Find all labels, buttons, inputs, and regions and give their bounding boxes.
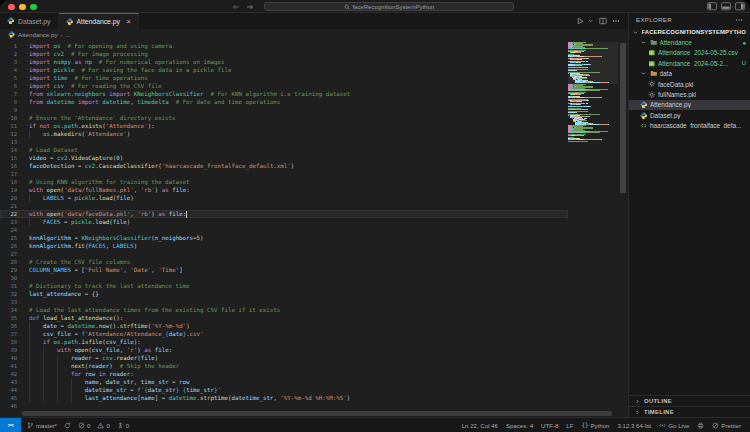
close-window-button[interactable]	[8, 4, 15, 11]
status-3-12-3-64-bit[interactable]: 3.12.3 64-bit	[617, 422, 651, 429]
status-0[interactable]: 0	[78, 422, 90, 429]
more-actions-icon[interactable]	[612, 17, 620, 25]
code-line-9[interactable]: 9	[0, 106, 568, 114]
status-lf[interactable]: LF	[566, 422, 573, 429]
vertical-scrollbar-thumb[interactable]	[620, 43, 627, 193]
tree-item-attendance-py[interactable]: Attendance.py	[629, 100, 750, 110]
code-line-32[interactable]: 32last_attendance = {}	[0, 290, 568, 298]
tree-item-data[interactable]: data	[629, 69, 750, 79]
tree-item-attendance[interactable]: Attendance●	[629, 37, 750, 47]
tree-item-dataset-py[interactable]: Dataset.py	[629, 110, 750, 120]
minimap[interactable]	[568, 40, 618, 417]
tree-item-attendance-2024-05-25-csv[interactable]: Attendance_2024-05-25.csv	[629, 48, 750, 58]
code-line-15[interactable]: 15video = cv2.VideoCapture(0)	[0, 154, 568, 162]
code-line-14[interactable]: 14# Load Dataset	[0, 146, 568, 154]
tree-root-folder[interactable]: FACERECOGNITIONSYSTEMPYTHON	[629, 27, 750, 37]
code-line-39[interactable]: 39 with open(csv_file, 'r') as file:	[0, 346, 568, 354]
tree-item-fullnames-pkl[interactable]: fullNames.pkl	[629, 89, 750, 99]
code-line-40[interactable]: 40 reader = csv.reader(file)	[0, 354, 568, 362]
horizontal-scrollbar-thumb[interactable]	[22, 411, 612, 416]
code-line-28[interactable]: 28# Create the CSV file columns	[0, 258, 568, 266]
code-line-43[interactable]: 43 name, date_str, time_str = row	[0, 378, 568, 386]
code-line-2[interactable]: 2import cv2 # For image processing	[0, 50, 568, 58]
tab-dataset-py[interactable]: Dataset.py	[0, 13, 59, 29]
code-line-26[interactable]: 26knnAlgorithm.fit(FACES, LABELS)	[0, 242, 568, 250]
breadcrumb[interactable]: Attendance.py › ...	[0, 29, 628, 40]
status-0[interactable]: 0	[117, 422, 129, 429]
tree-item-haarcascade-frontalface-defa[interactable]: haarcascade_frontalface_defa...	[629, 121, 750, 131]
tab-attendance-py[interactable]: Attendance.py ×	[59, 13, 139, 29]
section-timeline[interactable]: TIMELINE	[629, 406, 750, 417]
tree-item-attendance-2024-05-2[interactable]: Attendance_2024-05-2...U	[629, 58, 750, 68]
code-area[interactable]: 1import os # For opening and using camer…	[0, 40, 568, 417]
status-prettier[interactable]: Prettier	[712, 422, 741, 429]
code-line-38[interactable]: 38 if os.path.isfile(csv_file):	[0, 338, 568, 346]
explorer-more-actions-icon[interactable]	[735, 16, 743, 24]
code-line-12[interactable]: 12 os.makedirs('Attendance')	[0, 130, 568, 138]
status-sync[interactable]	[64, 422, 71, 429]
code-line-34[interactable]: 34# Load the last attendance times from …	[0, 306, 568, 314]
code-line-5[interactable]: 5import time # For time operations	[0, 74, 568, 82]
status-0[interactable]: 0	[97, 422, 109, 429]
toggle-left-sidebar-icon[interactable]	[707, 2, 717, 11]
run-options-chevron-icon[interactable]	[588, 18, 594, 24]
close-tab-icon[interactable]: ×	[126, 18, 130, 26]
code-line-45[interactable]: 45 last_attendance[name] = datetime.strp…	[0, 394, 568, 402]
code-line-18[interactable]: 18# Using KNN algorithm for training the…	[0, 178, 568, 186]
minimize-window-button[interactable]	[19, 4, 26, 11]
status-python[interactable]: {}Python	[581, 422, 609, 429]
status-utf-8[interactable]: UTF-8	[541, 422, 558, 429]
back-button[interactable]	[232, 3, 240, 11]
tree-item-facedata-pkl[interactable]: faceData.pkl	[629, 79, 750, 89]
line-content: # Create the CSV file columns	[29, 258, 568, 266]
code-line-35[interactable]: 35def load_last_attendance():	[0, 314, 568, 322]
code-line-21[interactable]: 21	[0, 202, 568, 210]
code-line-19[interactable]: 19with open('data/fullNames.pkl', 'rb') …	[0, 186, 568, 194]
code-line-23[interactable]: 23 FACES = pickle.load(file)	[0, 218, 568, 226]
code-line-29[interactable]: 29COLUMN_NAMES = ['Full Name', 'Date', '…	[0, 266, 568, 274]
code-line-44[interactable]: 44 datetime_str = f'{date_str} {time_str…	[0, 386, 568, 394]
code-line-20[interactable]: 20 LABELS = pickle.load(file)	[0, 194, 568, 202]
code-line-6[interactable]: 6import csv # For reading the CSV file	[0, 82, 568, 90]
toggle-panel-icon[interactable]	[721, 2, 731, 11]
code-line-3[interactable]: 3import numpy as np # For numerical oper…	[0, 58, 568, 66]
code-line-30[interactable]: 30	[0, 274, 568, 282]
minimap-slider[interactable]	[568, 42, 618, 84]
breadcrumb-symbol[interactable]: ...	[66, 31, 71, 38]
code-line-24[interactable]: 24	[0, 226, 568, 234]
vertical-scrollbar[interactable]	[618, 40, 628, 417]
code-line-27[interactable]: 27	[0, 250, 568, 258]
breadcrumb-file[interactable]: Attendance.py	[18, 31, 58, 38]
code-line-33[interactable]: 33	[0, 298, 568, 306]
code-line-41[interactable]: 41 next(reader) # Skip the header	[0, 362, 568, 370]
status-printer[interactable]	[697, 422, 704, 429]
code-line-4[interactable]: 4import pickle # For saving the face dat…	[0, 66, 568, 74]
section-outline[interactable]: OUTLINE	[629, 395, 750, 406]
status-go-live[interactable]: Go Live	[659, 422, 689, 429]
zoom-window-button[interactable]	[30, 4, 37, 11]
code-line-10[interactable]: 10# Ensure the 'Attendance' directory ex…	[0, 114, 568, 122]
code-line-22[interactable]: 22with open('data/faceData.pkl', 'rb') a…	[0, 210, 568, 218]
forward-button[interactable]	[246, 3, 254, 11]
code-line-16[interactable]: 16faceDetection = cv2.CascadeClassifier(…	[0, 162, 568, 170]
code-line-1[interactable]: 1import os # For opening and using camer…	[0, 42, 568, 50]
status-ln-22-col-46[interactable]: Ln 22, Col 46	[462, 422, 498, 429]
command-center-search[interactable]: faceRecognitionSystemPython	[264, 2, 514, 12]
code-line-7[interactable]: 7from sklearn.neighbors import KNeighbor…	[0, 90, 568, 98]
split-editor-icon[interactable]	[599, 17, 607, 25]
code-line-46[interactable]: 46	[0, 402, 568, 410]
code-line-17[interactable]: 17	[0, 170, 568, 178]
code-line-37[interactable]: 37 csv_file = f'Attendance/Attendance_{d…	[0, 330, 568, 338]
code-line-42[interactable]: 42 for row in reader:	[0, 370, 568, 378]
code-line-36[interactable]: 36 date = datetime.now().strftime('%Y-%m…	[0, 322, 568, 330]
code-line-13[interactable]: 13	[0, 138, 568, 146]
code-line-11[interactable]: 11if not os.path.exists('Attendance'):	[0, 122, 568, 130]
run-python-file-button[interactable]	[576, 17, 584, 25]
status-master[interactable]: master*	[27, 422, 57, 429]
code-line-31[interactable]: 31# Dictionary to track the last attenda…	[0, 282, 568, 290]
status-spaces-4[interactable]: Spaces: 4	[506, 422, 533, 429]
code-line-8[interactable]: 8from datetime import datetime, timedelt…	[0, 98, 568, 106]
toggle-right-sidebar-icon[interactable]	[735, 2, 745, 11]
remote-indicator[interactable]: ><	[0, 418, 21, 432]
code-line-25[interactable]: 25knnAlgorithm = KNeighborsClassifier(n_…	[0, 234, 568, 242]
